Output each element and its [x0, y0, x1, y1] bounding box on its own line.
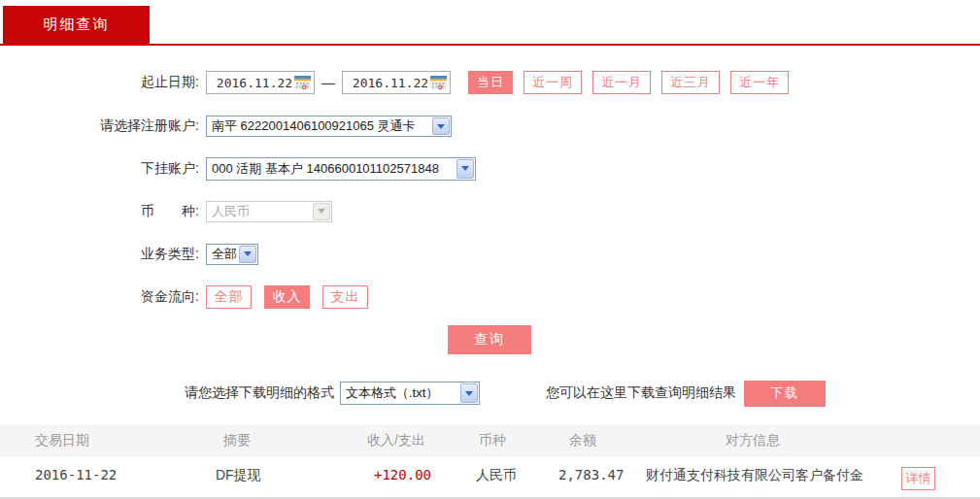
- header-balance: 余额: [569, 432, 596, 449]
- currency-label: 币 种:: [0, 203, 199, 220]
- cell-transaction-date: 2016-11-22: [35, 467, 117, 482]
- quick-range-week-button[interactable]: 近一周: [524, 71, 582, 94]
- sub-account-label: 下挂账户:: [0, 160, 199, 178]
- date-range-row: 起止日期:: [0, 71, 799, 94]
- quick-range-today-button[interactable]: 当日: [468, 71, 513, 94]
- cell-currency: 人民币: [476, 467, 517, 484]
- download-row: 请您选择下载明细的格式 文本格式（.txt） 您可以在这里下载查询明细结果 下载: [185, 381, 826, 406]
- chevron-down-icon: [313, 203, 330, 220]
- table-row: 2016-11-22 DF提现 +120.00 人民币 2,783.47 财付通…: [0, 456, 980, 493]
- register-account-row: 请选择注册账户: 南平 6222001406100921065 灵通卡: [0, 115, 452, 138]
- chevron-down-icon[interactable]: [456, 159, 474, 179]
- header-transaction-date: 交易日期: [35, 432, 89, 449]
- cell-summary: DF提现: [216, 467, 261, 484]
- currency-select: 人民币: [206, 201, 332, 222]
- quick-range-buttons: 当日 近一周 近一月 近三月 近一年: [468, 71, 799, 94]
- header-income-expense: 收入/支出: [367, 432, 425, 449]
- fund-flow-row: 资金流向: 全部 收入 支出: [0, 285, 381, 309]
- header-summary: 摘要: [223, 432, 251, 449]
- business-type-label: 业务类型:: [0, 246, 199, 263]
- chevron-down-icon[interactable]: [460, 383, 478, 403]
- date-from-field[interactable]: [206, 71, 315, 94]
- sub-account-value: 000 活期 基本户 1406600101102571848: [212, 160, 439, 178]
- register-account-value: 南平 6222001406100921065 灵通卡: [212, 117, 416, 135]
- date-to-input[interactable]: [349, 73, 432, 92]
- currency-value: 人民币: [212, 203, 250, 220]
- download-format-value: 文本格式（.txt）: [346, 384, 438, 402]
- tab-label: 明细查询: [44, 16, 110, 34]
- detail-query-page: 明细查询 起止日期:: [0, 0, 980, 499]
- fund-flow-expense-button[interactable]: 支出: [322, 285, 368, 309]
- business-type-value: 全部: [212, 246, 237, 263]
- fund-flow-income-button[interactable]: 收入: [264, 285, 310, 309]
- date-range-separator: —: [321, 75, 335, 90]
- table-header: 交易日期 摘要 收入/支出 币种 余额 对方信息: [0, 424, 980, 456]
- fund-flow-all-button[interactable]: 全部: [206, 285, 252, 309]
- business-type-row: 业务类型: 全部: [0, 243, 258, 265]
- fund-flow-label: 资金流向:: [0, 288, 199, 306]
- register-account-label: 请选择注册账户:: [0, 117, 199, 135]
- register-account-select[interactable]: 南平 6222001406100921065 灵通卡: [206, 116, 452, 137]
- tab-underline: [0, 44, 980, 46]
- quick-range-month-button[interactable]: 近一月: [592, 71, 651, 94]
- sub-account-row: 下挂账户: 000 活期 基本户 1406600101102571848: [0, 156, 476, 181]
- date-from-input[interactable]: [213, 73, 296, 92]
- business-type-select[interactable]: 全部: [206, 244, 258, 265]
- header-counterparty: 对方信息: [726, 432, 780, 449]
- chevron-down-icon[interactable]: [239, 246, 256, 263]
- calendar-icon[interactable]: [430, 75, 447, 91]
- tab-detail-query[interactable]: 明细查询: [3, 6, 150, 44]
- currency-row: 币 种: 人民币: [0, 200, 332, 222]
- detail-button[interactable]: 详情: [901, 467, 935, 490]
- download-button[interactable]: 下载: [744, 381, 826, 407]
- cell-counterparty: 财付通支付科技有限公司客户备付金: [646, 467, 863, 484]
- calendar-icon[interactable]: [294, 75, 311, 91]
- quick-range-quarter-button[interactable]: 近三月: [661, 71, 720, 94]
- chevron-down-icon[interactable]: [432, 117, 450, 135]
- date-range-label: 起止日期:: [0, 74, 199, 91]
- download-format-select[interactable]: 文本格式（.txt）: [340, 382, 480, 405]
- query-button[interactable]: 查询: [448, 325, 531, 354]
- sub-account-select[interactable]: 000 活期 基本户 1406600101102571848: [206, 157, 476, 181]
- header-currency: 币种: [479, 432, 506, 449]
- download-format-label: 请您选择下载明细的格式: [185, 384, 334, 402]
- date-to-field[interactable]: [342, 71, 451, 94]
- download-hint: 您可以在这里下载查询明细结果: [546, 384, 736, 402]
- cell-balance: 2,783.47: [558, 467, 624, 482]
- quick-range-year-button[interactable]: 近一年: [730, 71, 789, 94]
- cell-amount: +120.00: [374, 467, 424, 482]
